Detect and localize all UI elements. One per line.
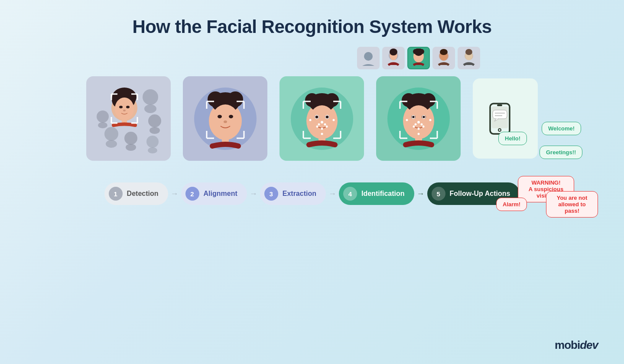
bubble-hello: Hello! (498, 132, 527, 145)
svg-rect-90 (497, 104, 502, 106)
svg-point-83 (422, 125, 424, 127)
step-label-4: Identification (361, 190, 405, 198)
svg-point-4 (104, 127, 118, 141)
svg-point-65 (465, 49, 472, 55)
svg-point-24 (208, 91, 223, 107)
thumb-4 (432, 47, 455, 69)
card-detection (86, 76, 171, 161)
svg-point-62 (440, 49, 448, 55)
svg-point-29 (224, 120, 227, 123)
svg-point-80 (420, 123, 422, 125)
svg-point-85 (406, 119, 408, 121)
svg-point-35 (325, 93, 339, 107)
svg-point-70 (422, 93, 436, 107)
bubble-not-allowed: You are notallowed to pass! (546, 191, 598, 218)
identification-wrapper (376, 76, 461, 161)
svg-point-50 (309, 119, 311, 121)
detection-illustration (88, 78, 170, 160)
arrow-2-3: → (250, 189, 257, 198)
svg-point-8 (146, 136, 159, 148)
bubble-welcome: Welcome! (542, 122, 581, 135)
svg-point-51 (332, 119, 335, 121)
svg-point-81 (413, 125, 415, 127)
arrow-3-4: → (328, 189, 336, 198)
svg-point-17 (119, 106, 123, 108)
arrow-1-2: → (171, 189, 179, 198)
step-label-5: Follow-Up Actions (450, 190, 510, 198)
step-label-2: Alignment (204, 190, 237, 198)
svg-point-52 (364, 52, 373, 61)
identification-illustration (377, 78, 460, 160)
card-followup (473, 78, 538, 159)
svg-point-19 (123, 110, 126, 111)
svg-point-86 (429, 119, 431, 121)
thumb-1 (357, 47, 380, 69)
bubble-alarm: Alarm! (496, 198, 527, 211)
step-number-4: 4 (343, 187, 357, 201)
svg-point-55 (390, 49, 397, 55)
svg-point-78 (417, 121, 420, 124)
alignment-illustration (184, 78, 266, 160)
step-pill-extraction: 3 Extraction (260, 182, 326, 205)
step-pill-alignment: 2 Alignment (181, 182, 247, 205)
thumb-5 (458, 47, 480, 69)
step-number-5: 5 (432, 187, 445, 201)
svg-point-82 (417, 127, 419, 130)
svg-point-27 (218, 115, 222, 118)
step-label-3: Extraction (283, 190, 316, 198)
svg-point-5 (106, 140, 117, 148)
svg-point-9 (148, 147, 157, 153)
extraction-illustration (281, 78, 363, 160)
svg-point-25 (228, 91, 243, 107)
svg-point-89 (498, 129, 501, 131)
thumb-3-active (407, 47, 430, 69)
card-identification (376, 76, 461, 161)
svg-point-46 (316, 125, 318, 127)
svg-rect-91 (493, 110, 507, 119)
svg-point-47 (321, 127, 323, 130)
step-number-3: 3 (264, 187, 278, 201)
svg-point-10 (97, 110, 109, 123)
svg-point-69 (402, 93, 416, 107)
step-pill-identification: 4 Identification (339, 182, 414, 205)
svg-point-84 (417, 133, 419, 135)
svg-point-43 (321, 121, 323, 124)
svg-point-18 (126, 106, 130, 108)
svg-point-16 (115, 98, 134, 120)
mobidev-italic: dev (580, 338, 598, 351)
bubble-greetings: Greetings!! (540, 146, 582, 159)
page-title: How the Facial Recognition System Works (0, 0, 624, 37)
step-number-2: 2 (185, 187, 199, 201)
svg-point-2 (148, 114, 161, 127)
svg-point-7 (126, 144, 136, 151)
svg-point-59 (419, 49, 424, 54)
step-label-1: Detection (127, 190, 159, 198)
card-extraction (280, 76, 364, 161)
card-alignment (183, 76, 267, 161)
svg-point-28 (229, 115, 233, 118)
arrow-4-5: → (417, 189, 425, 198)
thumbnail-row (357, 47, 480, 69)
svg-point-6 (124, 132, 137, 145)
svg-point-0 (143, 89, 158, 105)
svg-point-48 (325, 125, 328, 127)
step-pill-detection: 1 Detection (104, 182, 168, 205)
svg-point-1 (144, 104, 156, 113)
svg-point-49 (321, 133, 323, 135)
svg-point-79 (414, 123, 416, 125)
illustrations-row: Hello! Welcome! Greetings!! WARNING!A su… (0, 76, 624, 161)
svg-point-11 (98, 122, 107, 128)
mobidev-logo: mobidev (555, 338, 598, 352)
svg-point-44 (318, 123, 320, 125)
thumb-2 (382, 47, 405, 69)
svg-point-3 (150, 127, 160, 134)
svg-point-45 (324, 123, 326, 125)
svg-point-34 (305, 93, 319, 107)
svg-point-58 (413, 49, 418, 54)
step-number-1: 1 (109, 187, 123, 201)
